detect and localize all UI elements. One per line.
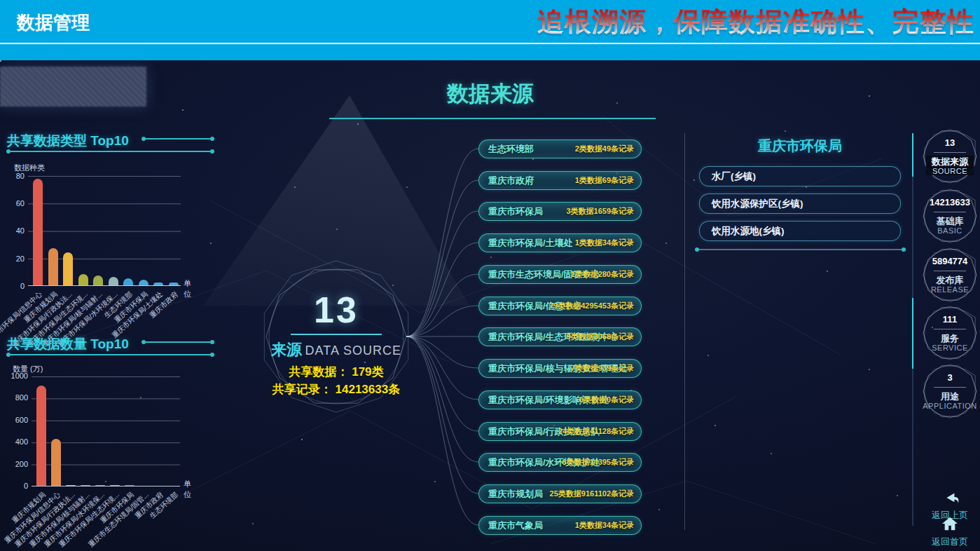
home-button-label: 返回首页 (923, 536, 976, 548)
rail-badge-service[interactable]: 111 服务 SERVICE (922, 305, 978, 365)
detail-item[interactable]: 水厂(乡镇) (699, 166, 901, 186)
node-label: 重庆市气象局 (488, 519, 543, 532)
badge-divider (934, 271, 966, 271)
ytick: 600 (4, 416, 28, 424)
ytick: 0 (6, 282, 25, 290)
bar (78, 274, 88, 285)
node-badge: 2类数据49条记录 (575, 144, 634, 154)
badge-label-en: SERVICE (922, 343, 978, 352)
badge-divider (934, 329, 966, 329)
xaxis-unit: 单位 (184, 479, 191, 500)
rail-badge-source[interactable]: 13 数据来源 SOURCE (922, 128, 978, 189)
fan-connectors (392, 133, 490, 540)
source-node[interactable]: 重庆市环保局/生态环境监测中心 9类数据3068条记录 (478, 327, 642, 346)
bar (109, 277, 118, 285)
badge-value: 3 (922, 372, 978, 383)
detail-item-label: 饮用水源地(乡镇) (712, 225, 785, 238)
rail-badge-application[interactable]: 3 用途 APPLICATION (922, 363, 978, 423)
node-badge: 1类数据280条记录 (571, 269, 634, 280)
ytick: 800 (4, 393, 28, 402)
hub-label: 来源 DATA SOURCE (259, 339, 413, 360)
badge-label-en: SOURCE (926, 167, 974, 175)
source-node[interactable]: 重庆市环保局/行政执法总队 24类数据41128条记录 (478, 422, 642, 441)
node-badge: 24类数据41128条记录 (558, 426, 634, 437)
hub-label-en: DATA SOURCE (305, 343, 401, 358)
source-node[interactable]: 重庆市环保局/环境影响评价处 0类数据0条记录 (478, 390, 642, 409)
node-badge: 3类数据1659条记录 (566, 206, 634, 217)
bar (63, 252, 73, 285)
badge-divider (934, 387, 966, 388)
bar (33, 179, 43, 285)
source-hub: 13 来源 DATA SOURCE 共享数据： 179类 共享记录： 14213… (259, 289, 413, 397)
rail-badge-release[interactable]: 5894774 发布库 RELEASE (922, 247, 978, 307)
bar (93, 276, 103, 285)
hub-label-cn: 来源 (271, 341, 302, 358)
bar (110, 485, 120, 486)
source-node[interactable]: 重庆市环保局 3类数据1659条记录 (478, 202, 642, 221)
ytick: 40 (6, 226, 25, 235)
node-label: 生态环境部 (488, 143, 534, 156)
panel-divider-left (684, 133, 685, 530)
hub-divider (291, 334, 382, 335)
rail-badge-basic[interactable]: 14213633 基础库 BASIC (922, 188, 978, 248)
badge-value: 13 (922, 137, 978, 148)
badge-value: 14213633 (922, 197, 978, 208)
bar (48, 248, 58, 285)
badge-label-en: BASIC (922, 226, 978, 235)
source-node[interactable]: 重庆市规划局 25类数据9161102条记录 (478, 484, 642, 503)
dashboard: 数据来源 共享数据类型 Top10 数据种类 80 60 40 20 0 重庆市… (0, 60, 980, 551)
chart-types-title: 共享数据类型 Top10 (7, 132, 129, 150)
badge-value: 111 (922, 314, 978, 325)
source-node[interactable]: 重庆市环保局/土壤处 1类数据34条记录 (478, 233, 642, 252)
ytick: 400 (4, 437, 28, 446)
ytick: 80 (6, 172, 25, 180)
source-node[interactable]: 重庆市生态环境局/固管中心 1类数据280条记录 (478, 265, 642, 284)
node-label: 重庆市环保局 (488, 205, 543, 218)
node-badge: 7类数据939条记录 (571, 363, 634, 374)
source-node[interactable]: 重庆市环保局/水环境保护处 6类数据14395条记录 (478, 453, 642, 472)
panel-underline (697, 249, 904, 250)
ytick: 20 (6, 254, 25, 263)
home-button[interactable]: 返回首页 (923, 516, 976, 548)
bar (81, 485, 90, 486)
deco-underline (8, 354, 212, 355)
node-badge: 25类数据9161102条记录 (550, 489, 634, 499)
node-label: 重庆市政府 (488, 175, 534, 187)
source-node[interactable]: 重庆市环保局/核与辐射安全管理处 7类数据939条记录 (478, 359, 642, 378)
deco-line (144, 138, 212, 140)
badge-label-en: RELEASE (922, 285, 978, 294)
detail-item[interactable]: 饮用水源保护区(乡镇) (699, 193, 901, 214)
ytick: 60 (6, 199, 25, 208)
source-node[interactable]: 重庆市政府 1类数据69条记录 (478, 171, 642, 190)
chart-types-plot: 80 60 40 20 0 重庆市环保局/信息中心 重庆市规划局 重庆市环保局/… (28, 176, 181, 286)
node-badge: 79类数据4295453条记录 (549, 301, 634, 311)
bar (66, 485, 76, 486)
rail-accent-line (912, 133, 913, 526)
ytick: 0 (4, 482, 28, 490)
bar (125, 485, 134, 486)
app-title: 数据管理 (17, 11, 90, 35)
detail-panel-title: 重庆市环保局 (699, 137, 901, 156)
ytick: 1000 (4, 372, 28, 380)
page-title-underline (329, 118, 656, 119)
page: 数据管理 追根溯源，保障数据准确性、完整性 数据来源 共享数据类型 Top10 … (0, 0, 980, 551)
chart-volume-title: 共享数据数量 Top10 (7, 335, 129, 353)
stat-shared-types: 共享数据： 179类 (259, 364, 413, 380)
source-node[interactable]: 重庆市气象局 1类数据34条记录 (478, 516, 642, 535)
deco-line (144, 341, 212, 343)
source-count: 13 (259, 289, 413, 331)
source-node[interactable]: 重庆市环保局/信息中心 79类数据4295453条记录 (478, 297, 642, 315)
page-title: 数据来源 (392, 79, 588, 109)
badge-divider (934, 152, 966, 153)
headline: 追根溯源，保障数据准确性、完整性 (537, 4, 974, 40)
badge-label-en: APPLICATION (922, 402, 978, 410)
detail-item-label: 饮用水源保护区(乡镇) (712, 198, 803, 210)
node-badge: 1类数据69条记录 (575, 175, 634, 186)
bar (153, 283, 163, 285)
chart-volume-plot: 1000 800 600 400 200 0 重庆市规划局 重庆市环保局/信息中… (32, 376, 180, 487)
header-divider (0, 43, 980, 44)
detail-item[interactable]: 饮用水源地(乡镇) (699, 221, 901, 241)
source-node[interactable]: 生态环境部 2类数据49条记录 (478, 140, 642, 158)
bar (51, 439, 61, 486)
node-badge: 1类数据34条记录 (575, 520, 634, 531)
